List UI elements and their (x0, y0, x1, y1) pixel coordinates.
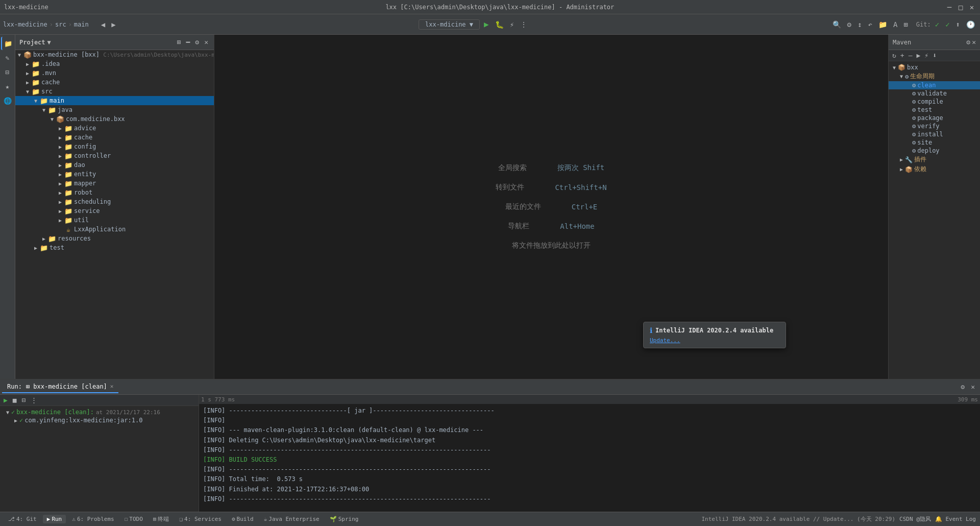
taskbar-terminal[interactable]: ⊞ 终端 (149, 514, 174, 524)
sidebar-close-btn[interactable]: ✕ (203, 38, 210, 46)
deleting-path-link[interactable]: C:\Users\admin\Desktop\java\lxx-medicine… (262, 437, 436, 444)
window-controls[interactable]: ─ □ ✕ (945, 3, 976, 11)
tree-item-config[interactable]: ▶ 📁 config (15, 142, 214, 151)
maven-remove-btn[interactable]: — (907, 51, 914, 60)
activity-web[interactable]: 🌐 (1, 94, 14, 107)
maven-item-validate[interactable]: ▶ ⚙ validate (889, 89, 980, 98)
git-push-btn[interactable]: ⬆ (954, 19, 962, 30)
minimize-btn[interactable]: ─ (945, 3, 953, 11)
tree-item-bxx-medicine[interactable]: ▼ 📦 bxx-medicine [bxx] C:\Users\admin\De… (15, 50, 214, 59)
csdn-label[interactable]: CSDN @隐风 (899, 515, 931, 523)
run-tree-child[interactable]: ▶ ✓ com.yinfeng:lxx-medicine:jar:1.0 (4, 416, 194, 424)
maven-item-test[interactable]: ▶ ⚙ test (889, 106, 980, 114)
maven-item-lifecycle[interactable]: ▼ ⚙ 生命周期 (889, 71, 980, 81)
breadcrumb-item-2[interactable]: src (55, 21, 66, 28)
search-everywhere-btn[interactable]: 🔍 (830, 19, 843, 30)
taskbar-build[interactable]: ⚙ Build (228, 515, 258, 523)
activity-project[interactable]: 📁 (1, 37, 14, 50)
tree-item-cache-root[interactable]: ▶ 📁 cache (15, 78, 214, 87)
tree-item-controller[interactable]: ▶ 📁 controller (15, 151, 214, 160)
tree-item-robot[interactable]: ▶ 📁 robot (15, 188, 214, 197)
maven-refresh-btn[interactable]: ↻ (891, 51, 898, 60)
run-with-coverage-btn[interactable]: ⚡ (508, 19, 516, 30)
vcs-btn[interactable]: ↕ (855, 19, 864, 30)
back-btn[interactable]: ◀ (99, 19, 107, 30)
maven-skip-test-btn[interactable]: ⚡ (923, 51, 930, 60)
tree-item-java[interactable]: ▼ 📁 java (15, 105, 214, 114)
tree-item-scheduling[interactable]: ▶ 📁 scheduling (15, 197, 214, 206)
tree-item-dao[interactable]: ▶ 📁 dao (15, 160, 214, 170)
notification-update-link[interactable]: Update... (650, 337, 680, 344)
git-history-btn[interactable]: 🕐 (964, 19, 977, 30)
maven-run-btn[interactable]: ▶ (915, 51, 922, 60)
filter-btn[interactable]: ⊟ (20, 396, 28, 404)
maven-item-deps[interactable]: ▶ 📦 依赖 (889, 164, 980, 174)
sidebar-settings-btn[interactable]: ⚙ (193, 38, 201, 46)
tree-item-test[interactable]: ▶ 📁 test (15, 243, 214, 252)
activity-favorites[interactable]: ★ (1, 80, 14, 93)
taskbar-problems[interactable]: ⚠ 6: Problems (68, 515, 118, 523)
translate-btn[interactable]: A (891, 19, 899, 30)
debug-btn[interactable]: 🐛 (493, 19, 506, 30)
tree-item-service[interactable]: ▶ 📁 service (15, 206, 214, 216)
sidebar-collapse-btn[interactable]: ━ (185, 38, 192, 46)
maven-settings-btn[interactable]: ⚙ (966, 38, 970, 46)
tree-item-cache[interactable]: ▶ 📁 cache (15, 133, 214, 142)
git-check2-btn[interactable]: ✓ (943, 19, 951, 30)
run-config-selector[interactable]: lxx-mdicine ▼ (419, 19, 480, 30)
tab-run[interactable]: Run: ⊞ bxx-medicine [clean] ✕ (2, 381, 118, 393)
taskbar-spring[interactable]: 🌱 Spring (326, 515, 363, 523)
breadcrumb-item-3[interactable]: main (74, 21, 89, 28)
maximize-btn[interactable]: □ (957, 3, 965, 11)
maven-close-btn[interactable]: ✕ (972, 38, 976, 46)
taskbar-java-enterprise[interactable]: ☕ Java Enterprise (260, 515, 324, 523)
rerun-btn[interactable]: ▶ (2, 396, 9, 404)
layout-btn[interactable]: ⊞ (901, 19, 910, 30)
tree-item-util[interactable]: ▶ 📁 util (15, 216, 214, 225)
maven-item-package[interactable]: ▶ ⚙ package (889, 114, 980, 122)
tree-item-mvn[interactable]: ▶ 📁 .mvn (15, 68, 214, 78)
activity-structure[interactable]: ⊟ (1, 65, 14, 79)
tree-item-src[interactable]: ▼ 📁 src (15, 87, 214, 96)
sidebar-dropdown-icon[interactable]: ▼ (47, 39, 51, 46)
undo-btn[interactable]: ↶ (866, 19, 874, 30)
maven-item-clean[interactable]: ▶ ⚙ clean (889, 81, 980, 89)
tree-item-resources[interactable]: ▶ 📁 resources (15, 234, 214, 243)
activity-commit[interactable]: ✎ (1, 51, 14, 64)
maven-item-plugins[interactable]: ▶ 🔧 插件 (889, 155, 980, 164)
stop-btn[interactable]: ■ (11, 396, 18, 404)
taskbar-git[interactable]: ⎇ 4: Git (4, 515, 41, 523)
maven-item-compile[interactable]: ▶ ⚙ compile (889, 98, 980, 106)
sidebar-expand-all-btn[interactable]: ⊞ (176, 38, 183, 46)
tree-item-main[interactable]: ▼ 📁 main (15, 96, 214, 105)
tree-item-idea[interactable]: ▶ 📁 .idea (15, 59, 214, 68)
run-tree-root[interactable]: ▼ ✓ bxx-medicine [clean]: at 2021/12/17 … (4, 408, 194, 416)
breadcrumb-item-1[interactable]: lxx-medicine (3, 21, 47, 28)
tab-run-close[interactable]: ✕ (110, 383, 114, 390)
close-btn[interactable]: ✕ (968, 3, 976, 11)
maven-download-btn[interactable]: ⬇ (931, 51, 938, 60)
forward-btn[interactable]: ▶ (109, 19, 117, 30)
tree-item-package[interactable]: ▼ 📦 com.medicine.bxx (15, 114, 214, 124)
tree-item-advice[interactable]: ▶ 📁 advice (15, 124, 214, 133)
tree-item-entity[interactable]: ▶ 📁 entity (15, 170, 214, 179)
tree-item-mapper[interactable]: ▶ 📁 mapper (15, 179, 214, 188)
taskbar-todo[interactable]: ☐ TODO (120, 515, 147, 523)
maven-item-deploy[interactable]: ▶ ⚙ deploy (889, 147, 980, 155)
event-log-label[interactable]: 🔔 Event Log (935, 516, 976, 522)
run-btn[interactable]: ▶ (482, 18, 491, 30)
taskbar-services[interactable]: ❑ 4: Services (175, 515, 225, 523)
bottom-close-btn[interactable]: ✕ (968, 382, 978, 392)
maven-add-btn[interactable]: + (899, 51, 906, 60)
tree-item-lxxapp[interactable]: ▶ ☕ LxxApplication (15, 225, 214, 234)
settings-btn[interactable]: ⚙ (845, 19, 853, 30)
taskbar-run[interactable]: ▶ Run (43, 515, 66, 523)
maven-item-install[interactable]: ▶ ⚙ install (889, 130, 980, 138)
maven-item-bxx[interactable]: ▼ 📦 bxx (889, 63, 980, 71)
git-check-btn[interactable]: ✓ (933, 19, 941, 30)
maven-item-verify[interactable]: ▶ ⚙ verify (889, 122, 980, 130)
open-file-btn[interactable]: 📁 (876, 19, 889, 30)
maven-item-site[interactable]: ▶ ⚙ site (889, 138, 980, 147)
more-run-btn[interactable]: ⋮ (518, 19, 529, 30)
bottom-settings-btn[interactable]: ⚙ (958, 382, 968, 392)
